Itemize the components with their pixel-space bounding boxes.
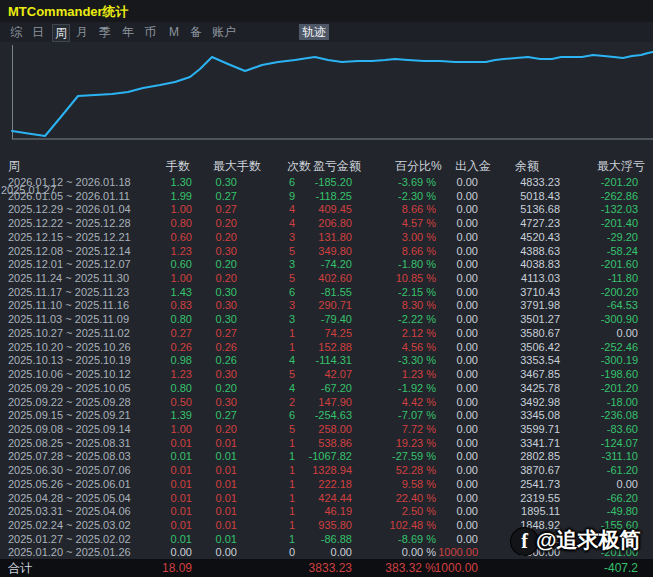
- table-row[interactable]: 2025.01.27 ~ 2025.02.020.010.011-86.88-8…: [0, 533, 653, 547]
- menu-item-currency[interactable]: 币: [144, 24, 156, 40]
- times-cell: 1: [289, 464, 295, 478]
- times-cell: 5: [289, 423, 295, 437]
- times-cell: 1: [289, 505, 295, 519]
- lots-cell: 0.01: [171, 464, 192, 478]
- lots-cell: 1.23: [171, 368, 192, 382]
- table-row[interactable]: 2025.04.28 ~ 2025.05.040.010.011424.4422…: [0, 492, 653, 506]
- max_lots-cell: 0.30: [216, 396, 237, 410]
- menu-item-month[interactable]: 月: [76, 24, 88, 40]
- dw-cell: 0.00: [457, 368, 478, 382]
- pl-cell: -254.63: [315, 409, 352, 423]
- dw-cell: 0.00: [457, 409, 478, 423]
- table-row[interactable]: 2025.12.08 ~ 2025.12.141.230.305349.808.…: [0, 245, 653, 259]
- column-header[interactable]: 盈亏金额: [313, 157, 361, 176]
- dw-cell: 0.00: [457, 190, 478, 204]
- menu-item-note[interactable]: 备: [190, 24, 202, 40]
- max_lots-cell: 0.01: [216, 437, 237, 451]
- column-header[interactable]: 手数: [166, 157, 190, 176]
- table-row[interactable]: 2025.11.03 ~ 2025.11.090.800.303-79.40-2…: [0, 313, 653, 327]
- menu-item-quarter[interactable]: 季: [99, 24, 111, 40]
- period-cell: 2025.11.03 ~ 2025.11.09: [8, 313, 129, 327]
- lots-cell: 1.23: [171, 245, 192, 259]
- table-row[interactable]: 2025.09.22 ~ 2025.09.280.500.302147.904.…: [0, 396, 653, 410]
- lots-cell: 0.26: [171, 341, 192, 355]
- max_lots-cell: 0.01: [216, 519, 237, 533]
- table-row[interactable]: 2025.12.22 ~ 2025.12.280.800.204206.804.…: [0, 217, 653, 231]
- times-cell: 5: [289, 245, 295, 259]
- column-header[interactable]: 最大手数: [213, 157, 261, 176]
- table-row[interactable]: 2025.05.26 ~ 2025.06.010.010.011222.189.…: [0, 478, 653, 492]
- times-cell: 3: [289, 313, 295, 327]
- pct-cell: -3.69 %: [398, 176, 436, 190]
- times-cell: 4: [289, 382, 295, 396]
- table-row[interactable]: 2025.06.30 ~ 2025.07.060.010.0111328.945…: [0, 464, 653, 478]
- table-row[interactable]: 2025.02.24 ~ 2025.03.020.010.011935.8010…: [0, 519, 653, 533]
- max_lots-cell: 0.27: [216, 327, 237, 341]
- table-row[interactable]: 2025.07.28 ~ 2025.08.030.010.011-1067.82…: [0, 450, 653, 464]
- table-row[interactable]: 2025.08.25 ~ 2025.08.310.010.011538.8619…: [0, 437, 653, 451]
- table-row[interactable]: 2025.12.29 ~ 2026.01.041.000.274409.458.…: [0, 203, 653, 217]
- balance-cell: 3506.42: [520, 341, 560, 355]
- table-row[interactable]: 2025.11.24 ~ 2025.11.301.000.205402.6010…: [0, 272, 653, 286]
- column-header[interactable]: 最大浮亏: [597, 157, 645, 176]
- table-row[interactable]: 2025.09.15 ~ 2025.09.211.390.276-254.63-…: [0, 409, 653, 423]
- period-cell: 2025.10.06 ~ 2025.10.12: [8, 368, 131, 382]
- table-row[interactable]: 2026.01.05 ~ 2026.01.111.990.279-118.25-…: [0, 190, 653, 204]
- max_float-cell: -49.80: [607, 505, 638, 519]
- max_float-cell: -300.19: [601, 354, 638, 368]
- menu-item-week[interactable]: 周: [52, 24, 70, 42]
- column-header[interactable]: 余额: [515, 157, 539, 176]
- dw-cell: 0.00: [457, 299, 478, 313]
- period-cell: 2025.07.28 ~ 2025.08.03: [8, 450, 131, 464]
- period-cell: 2025.10.20 ~ 2025.10.26: [8, 341, 131, 355]
- period-cell: 2025.02.24 ~ 2025.03.02: [8, 519, 131, 533]
- dw-cell: 0.00: [457, 423, 478, 437]
- table-row[interactable]: 2025.03.31 ~ 2025.04.060.010.01146.192.5…: [0, 505, 653, 519]
- table-row[interactable]: 2025.10.06 ~ 2025.10.121.230.30542.071.2…: [0, 368, 653, 382]
- max_lots-cell: 0.30: [216, 368, 237, 382]
- max_lots-cell: 0.20: [216, 231, 237, 245]
- menu-item-m[interactable]: M: [169, 24, 179, 40]
- pl-cell: 538.86: [318, 437, 352, 451]
- period-cell: 2025.05.26 ~ 2025.06.01: [8, 478, 131, 492]
- column-header[interactable]: 周: [8, 157, 20, 176]
- max_float-cell: -64.53: [607, 299, 638, 313]
- trace-button[interactable]: 轨迹: [299, 24, 329, 40]
- pl-cell: 1328.94: [312, 464, 352, 478]
- table-row[interactable]: 2025.09.29 ~ 2025.10.050.800.204-67.20-1…: [0, 382, 653, 396]
- dw-cell: 0.00: [457, 313, 478, 327]
- column-header[interactable]: 出入金: [455, 157, 491, 176]
- balance-cell: 3467.85: [520, 368, 560, 382]
- table-row[interactable]: 2025.10.20 ~ 2025.10.260.260.261152.884.…: [0, 341, 653, 355]
- period-cell: 2025.06.30 ~ 2025.07.06: [8, 464, 131, 478]
- lots-cell: 1.99: [171, 190, 192, 204]
- times-cell: 3: [289, 258, 295, 272]
- period-cell: 2025.09.22 ~ 2025.09.28: [8, 396, 131, 410]
- pl-cell: -79.40: [321, 313, 352, 327]
- column-header[interactable]: 次数: [287, 157, 311, 176]
- menu-item-year[interactable]: 年: [122, 24, 134, 40]
- menu-item-day[interactable]: 日: [32, 24, 44, 40]
- column-header[interactable]: 百分比%: [395, 157, 442, 176]
- max_lots-cell: 0.20: [216, 258, 237, 272]
- times-cell: 1: [289, 327, 295, 341]
- max_float-cell: -11.80: [608, 272, 638, 286]
- period-cell: 2025.12.15 ~ 2025.12.21: [8, 231, 131, 245]
- lots-cell: 0.01: [171, 437, 192, 451]
- table-row[interactable]: 2026.01.12 ~ 2026.01.181.300.306-185.20-…: [0, 176, 653, 190]
- dw-cell: 0.00: [457, 354, 478, 368]
- max_lots-cell: 0.27: [216, 203, 237, 217]
- table-row[interactable]: 2025.11.17 ~ 2025.11.231.430.306-81.55-2…: [0, 286, 653, 300]
- equity-curve-chart[interactable]: 2025.01.27: [0, 42, 653, 157]
- table-row[interactable]: 2025.12.15 ~ 2025.12.210.600.203131.803.…: [0, 231, 653, 245]
- table-row[interactable]: 2025.09.08 ~ 2025.09.141.000.205258.007.…: [0, 423, 653, 437]
- table-header-row: 周手数最大手数次数盈亏金额百分比%出入金余额最大浮亏: [0, 157, 653, 176]
- balance-cell: 3353.54: [520, 354, 560, 368]
- menu-item-account[interactable]: 账户: [212, 24, 236, 40]
- balance-cell: 4113.03: [521, 272, 560, 286]
- table-row[interactable]: 2025.12.01 ~ 2025.12.070.600.203-74.20-1…: [0, 258, 653, 272]
- table-row[interactable]: 2025.11.10 ~ 2025.11.160.830.303290.718.…: [0, 299, 653, 313]
- menu-item-summary[interactable]: 综: [10, 24, 22, 40]
- table-row[interactable]: 2025.10.27 ~ 2025.11.020.270.27174.252.1…: [0, 327, 653, 341]
- table-row[interactable]: 2025.10.13 ~ 2025.10.190.980.264-114.31-…: [0, 354, 653, 368]
